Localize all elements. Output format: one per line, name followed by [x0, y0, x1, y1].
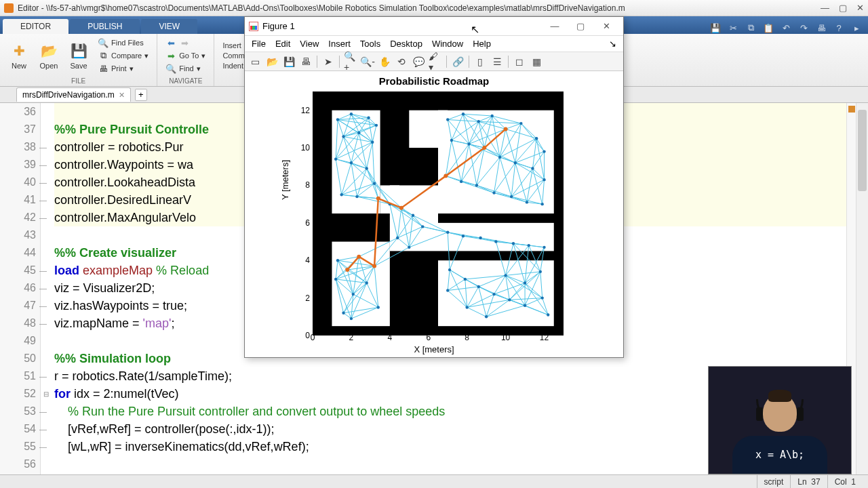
y-tick: 2 — [305, 293, 310, 303]
redo-icon[interactable]: ↷ — [797, 22, 810, 34]
more-icon[interactable]: ▸ — [850, 22, 863, 34]
status-col: Col 1 — [827, 475, 863, 488]
rotate-icon[interactable]: ⟲ — [394, 54, 409, 69]
zoom-out-icon[interactable]: 🔍- — [360, 54, 375, 69]
goto-button[interactable]: ➡Go To▾ — [163, 49, 208, 62]
figure-menu-window[interactable]: Window — [432, 39, 463, 49]
open-button[interactable]: 📂Open — [35, 40, 62, 71]
figure-titlebar[interactable]: Figure 1 — ▢ ✕ — [245, 17, 623, 36]
tab-view[interactable]: VIEW — [141, 19, 197, 34]
print-button[interactable]: 🖶Print▾ — [95, 62, 151, 75]
minimize-button[interactable]: — — [821, 3, 829, 13]
figure-menu-help[interactable]: Help — [473, 39, 491, 49]
svg-point-330 — [485, 315, 488, 318]
scrollbar-thumb[interactable] — [858, 110, 867, 191]
figure-close-button[interactable]: ✕ — [593, 21, 619, 31]
svg-point-336 — [539, 270, 542, 273]
svg-point-313 — [492, 191, 495, 194]
nav-back-forward[interactable]: ⬅➡ — [163, 37, 208, 49]
legend-icon[interactable]: ☰ — [490, 54, 505, 69]
status-bar: script Ln 37 Col 1 — [0, 474, 868, 488]
open-figure-icon[interactable]: 📂 — [264, 54, 279, 69]
svg-point-320 — [494, 240, 497, 243]
svg-point-295 — [446, 118, 449, 121]
svg-point-302 — [542, 150, 545, 152]
help-icon[interactable]: ? — [833, 22, 845, 34]
figure-menu-view[interactable]: View — [300, 39, 319, 49]
matlab-doc-icon — [4, 3, 14, 13]
svg-point-283 — [396, 237, 399, 239]
compare-button[interactable]: ⧉Compare▾ — [95, 49, 151, 62]
file-tab-close-icon[interactable]: ✕ — [119, 91, 125, 100]
hide-tools-icon[interactable]: ◻ — [512, 54, 527, 69]
svg-point-333 — [524, 304, 526, 306]
undo-icon[interactable]: ↶ — [780, 22, 792, 34]
copy-icon[interactable]: ⧉ — [745, 22, 757, 34]
paste-icon[interactable]: 📋 — [762, 22, 774, 34]
zoom-in-icon[interactable]: 🔍+ — [343, 54, 358, 69]
svg-point-321 — [512, 242, 515, 245]
svg-point-288 — [352, 293, 355, 296]
svg-point-292 — [342, 312, 344, 314]
figure-toolbar: ▭ 📂 💾 🖶 ➤ 🔍+ 🔍- ✋ ⟲ 💬 🖌▾ 🔗 ▯ ☰ ◻ ▦ — [245, 52, 623, 71]
svg-point-300 — [519, 122, 522, 125]
new-button[interactable]: ✚New — [5, 40, 33, 71]
maximize-button[interactable]: ▢ — [839, 3, 847, 13]
svg-point-315 — [526, 201, 528, 203]
close-button[interactable]: ✕ — [856, 3, 864, 13]
save-figure-icon[interactable]: 💾 — [281, 54, 296, 69]
svg-point-286 — [334, 278, 337, 281]
colorbar-icon[interactable]: ▯ — [473, 54, 488, 69]
figure-menu-desktop[interactable]: Desktop — [390, 39, 422, 49]
svg-point-268 — [375, 124, 378, 127]
find-files-button[interactable]: 🔍Find Files — [95, 37, 151, 49]
save-button[interactable]: 💾Save — [65, 40, 92, 71]
svg-point-307 — [514, 161, 517, 164]
brush-icon[interactable]: 🖌▾ — [428, 54, 443, 69]
pointer-icon[interactable]: ➤ — [321, 54, 336, 69]
find-button[interactable]: 🔍Find▾ — [163, 62, 208, 75]
figure-window: Figure 1 — ▢ ✕ FileEditViewInsertToolsDe… — [244, 16, 624, 358]
svg-point-326 — [464, 278, 467, 281]
compare-icon: ⧉ — [98, 50, 108, 61]
svg-point-294 — [350, 317, 353, 320]
tab-editor[interactable]: EDITOR — [3, 19, 68, 34]
svg-point-306 — [498, 156, 501, 159]
svg-point-329 — [492, 293, 495, 296]
pan-icon[interactable]: ✋ — [377, 54, 392, 69]
print-icon[interactable]: 🖶 — [815, 22, 827, 34]
svg-point-341 — [376, 197, 380, 201]
figure-minimize-button[interactable]: — — [542, 21, 568, 31]
svg-point-309 — [542, 178, 545, 181]
figure-menu-tools[interactable]: Tools — [360, 39, 380, 49]
print-figure-icon[interactable]: 🖶 — [298, 54, 313, 69]
svg-point-325 — [446, 289, 449, 291]
svg-point-323 — [542, 246, 545, 249]
file-tab-active[interactable]: mrsDiffDriveNavigation.m ✕ — [16, 87, 131, 102]
show-tools-icon[interactable]: ▦ — [529, 54, 544, 69]
y-tick: 12 — [301, 106, 310, 115]
figure-menu-file[interactable]: File — [252, 39, 266, 49]
goto-icon: ➡ — [165, 50, 176, 61]
figure-menu-edit[interactable]: Edit — [275, 39, 290, 49]
svg-point-297 — [477, 120, 480, 123]
tab-publish[interactable]: PUBLISH — [70, 19, 140, 34]
new-figure-icon[interactable]: ▭ — [248, 54, 262, 69]
cut-icon[interactable]: ✂ — [727, 22, 739, 34]
add-tab-button[interactable]: + — [135, 89, 147, 101]
link-icon[interactable]: 🔗 — [450, 54, 465, 69]
svg-point-345 — [504, 127, 508, 131]
svg-point-276 — [340, 193, 342, 196]
warning-indicator-icon[interactable] — [848, 106, 855, 113]
figure-menu-insert[interactable]: Insert — [328, 39, 351, 49]
plot-svg — [313, 92, 564, 336]
datatip-icon[interactable]: 💬 — [411, 54, 426, 69]
vertical-scrollbar[interactable] — [856, 103, 868, 474]
svg-point-281 — [412, 214, 414, 217]
y-axis-label: Y [meters] — [280, 160, 290, 200]
figure-dock-icon[interactable]: ↘ — [609, 39, 616, 49]
svg-point-275 — [373, 182, 376, 184]
svg-point-277 — [355, 195, 358, 198]
save-icon[interactable]: 💾 — [709, 22, 722, 34]
figure-maximize-button[interactable]: ▢ — [568, 21, 593, 31]
